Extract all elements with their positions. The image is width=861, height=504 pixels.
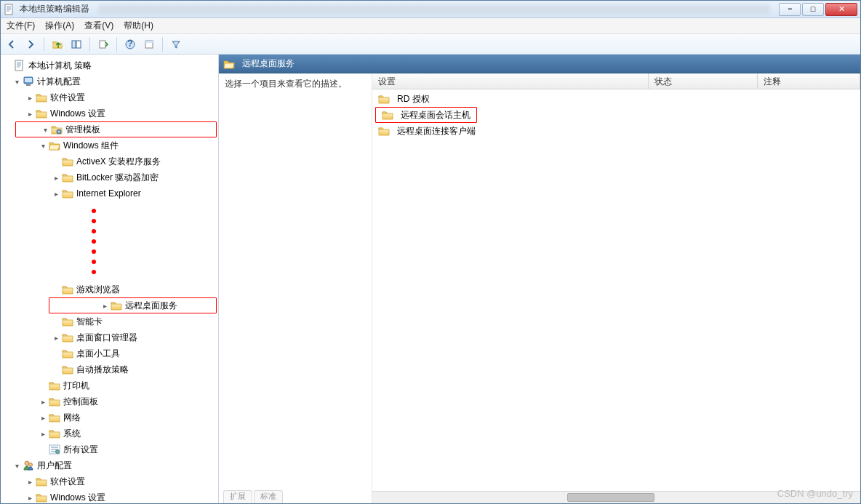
doc-icon [14,60,25,71]
up-one-level-button[interactable] [49,36,65,52]
show-hide-tree-button[interactable] [68,36,84,52]
content-body: 选择一个项目来查看它的描述。 设置 状态 注释 RD 授权 [219,73,860,503]
menu-view[interactable]: 查看(V) [84,20,113,32]
expand-icon[interactable]: ▸ [25,493,34,502]
tree-user-software-settings[interactable]: ▸ 软件设置 [1,473,218,489]
help-button[interactable]: ? [122,36,138,52]
tree-control-panel[interactable]: ▸ 控制面板 [1,393,218,409]
titlebar-blur [98,4,770,15]
list-item-rd-session-host[interactable]: 远程桌面会话主机 [375,107,477,123]
folder-icon [62,316,73,327]
toolbar-separator [116,37,117,52]
computer-icon [23,76,34,87]
expand-icon[interactable]: ▾ [39,141,47,150]
tree-user-config[interactable]: ▾ 用户配置 [1,457,218,473]
menu-help[interactable]: 帮助(H) [124,20,153,32]
column-setting[interactable]: 设置 [372,73,649,89]
window-controls [779,3,857,16]
nav-back-button[interactable] [4,36,20,52]
list-item-rd-connection-client[interactable]: 远程桌面连接客户端 [372,123,860,139]
menubar: 文件(F) 操作(A) 查看(V) 帮助(H) [1,18,860,34]
window-title: 本地组策略编辑器 [20,3,89,15]
content-title: 远程桌面服务 [242,57,295,70]
folder-icon [49,380,60,391]
list-column: 设置 状态 注释 RD 授权 远程桌面会话主机 [372,73,860,503]
column-comment[interactable]: 注释 [758,73,860,89]
tree-windows-settings[interactable]: ▸ Windows 设置 [1,105,218,121]
list-header: 设置 状态 注释 [372,73,860,89]
folder-icon [36,492,47,503]
titlebar[interactable]: 本地组策略编辑器 [1,1,860,18]
svg-rect-11 [76,41,81,48]
tree-activex[interactable]: ActiveX 安装程序服务 [1,153,218,169]
folder-icon [36,92,47,103]
folder-icon [49,396,60,407]
expand-icon[interactable]: ▾ [41,125,49,134]
list-rows: RD 授权 远程桌面会话主机 远程桌面连接客户端 [372,89,860,491]
tree-autoplay[interactable]: 自动播放策略 [1,361,218,377]
content-pane: 远程桌面服务 选择一个项目来查看它的描述。 设置 状态 注释 RD 授权 [219,55,860,503]
tree-software-settings[interactable]: ▸ 软件设置 [1,89,218,105]
svg-text:?: ? [127,39,132,49]
tree-ie[interactable]: ▸ Internet Explorer [1,185,218,201]
tab-extended[interactable]: 扩展 [223,490,252,503]
close-button[interactable] [825,3,857,16]
tree-gadgets[interactable]: 桌面小工具 [1,345,218,361]
expand-icon[interactable]: ▸ [39,413,47,422]
tree-root[interactable]: 本地计算机 策略 [1,57,218,73]
list-item-rd-licensing[interactable]: RD 授权 [372,91,860,107]
folder-icon [49,412,60,423]
tree-remote-desktop-services[interactable]: ▸ 远程桌面服务 [49,297,217,313]
body: 本地计算机 策略 ▾ 计算机配置 ▸ 软件设置 ▸ Windows 设置 ▾ 管… [1,55,860,503]
tree-windows-components[interactable]: ▾ Windows 组件 [1,137,218,153]
watermark: CSDN @undo_try [777,488,853,499]
tree-admin-templates[interactable]: ▾ 管理模板 [15,121,217,137]
folder-icon [382,109,393,121]
expand-icon[interactable]: ▸ [25,477,34,486]
folder-icon [62,188,73,199]
folder-icon [62,364,73,375]
expand-icon[interactable]: ▸ [25,109,34,118]
tree-computer-config[interactable]: ▾ 计算机配置 [1,73,218,89]
expand-icon[interactable]: ▾ [12,77,21,86]
tree-pane[interactable]: 本地计算机 策略 ▾ 计算机配置 ▸ 软件设置 ▸ Windows 设置 ▾ 管… [1,55,219,503]
svg-rect-16 [145,41,153,43]
export-list-button[interactable] [95,36,111,52]
expand-icon[interactable]: ▸ [52,189,60,198]
minimize-button[interactable] [779,3,801,16]
tree-dwm[interactable]: ▸ 桌面窗口管理器 [1,329,218,345]
settings-list-icon [49,444,60,455]
expand-icon[interactable]: ▾ [12,461,21,470]
expand-icon[interactable]: ▸ [39,397,47,406]
expand-icon[interactable]: ▸ [25,93,34,102]
properties-button[interactable] [141,36,157,52]
tree-network[interactable]: ▸ 网络 [1,409,218,425]
expand-icon[interactable]: ▸ [39,429,47,438]
expand-icon[interactable]: ▸ [100,301,109,310]
folder-icon [378,125,390,137]
tree-bitlocker[interactable]: ▸ BitLocker 驱动器加密 [1,169,218,185]
expand-icon[interactable]: ▸ [52,173,60,182]
menu-action[interactable]: 操作(A) [45,20,74,32]
nav-forward-button[interactable] [23,36,39,52]
tree-game-explorer[interactable]: 游戏浏览器 [1,281,218,297]
user-icon [23,460,34,471]
folder-icon [49,428,60,439]
maximize-button[interactable] [802,3,824,16]
folder-icon [36,476,47,487]
tab-standard[interactable]: 标准 [254,490,283,503]
expand-icon[interactable]: ▸ [52,333,60,342]
scrollbar-thumb[interactable] [567,493,654,502]
svg-rect-12 [100,41,105,48]
tree-printers[interactable]: 打印机 [1,377,218,393]
toolbar-separator [89,37,90,52]
tree-user-windows-settings[interactable]: ▸ Windows 设置 [1,489,218,503]
svg-rect-10 [72,41,76,48]
column-state[interactable]: 状态 [649,73,758,89]
menu-file[interactable]: 文件(F) [7,20,35,32]
window-root: 本地组策略编辑器 文件(F) 操作(A) 查看(V) 帮助(H) ? [0,0,861,504]
filter-button[interactable] [168,36,184,52]
tree-system[interactable]: ▸ 系统 [1,425,218,441]
tree-smartcard[interactable]: 智能卡 [1,313,218,329]
tree-all-settings[interactable]: 所有设置 [1,441,218,457]
